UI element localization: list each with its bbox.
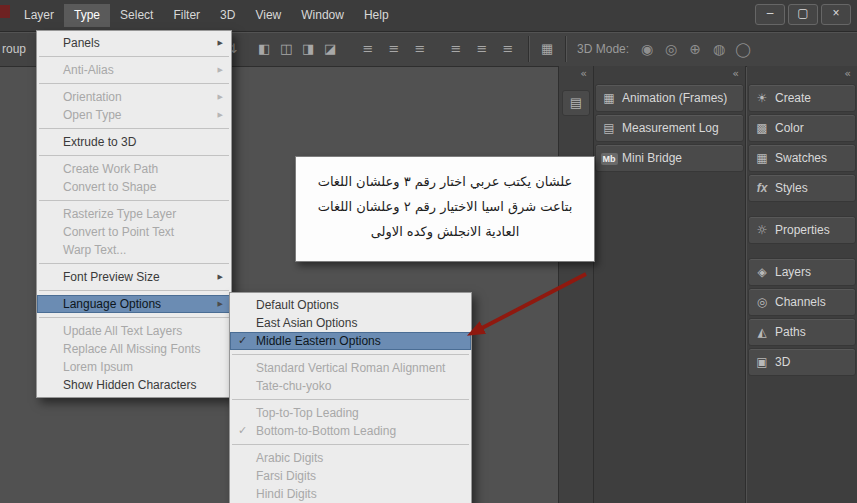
menubar-item-3d[interactable]: 3D: [210, 4, 245, 27]
3d-slide-icon[interactable]: ◍: [707, 38, 731, 60]
collapse-panels-icon[interactable]: «: [559, 66, 593, 84]
menu-separator: [232, 354, 469, 355]
panel-button-properties[interactable]: ☼ Properties: [748, 216, 856, 244]
3d-panel-icon: ▣: [749, 355, 775, 369]
menu-separator: [39, 317, 229, 318]
menu-item-language-options[interactable]: Language Options ▶: [37, 295, 231, 313]
menu-item-anti-alias: Anti-Alias ▶: [37, 61, 231, 79]
collapse-dock-icon[interactable]: «: [594, 66, 745, 84]
menu-separator: [39, 155, 229, 156]
minimize-button[interactable]: –: [755, 4, 785, 25]
photoshop-window: Layer Type Select Filter 3D View Window …: [0, 0, 857, 503]
panel-button-3d[interactable]: ▣ 3D: [748, 348, 856, 376]
group-dropdown-remnant[interactable]: roup: [2, 42, 26, 56]
check-icon: ✓: [238, 422, 247, 440]
menu-item-standard-vertical-roman-alignment: Standard Vertical Roman Alignment: [230, 359, 471, 377]
menu-item-farsi-digits: Farsi Digits: [230, 467, 471, 485]
menu-item-bottom-to-bottom-leading: ✓ Bottom-to-Bottom Leading: [230, 422, 471, 440]
panel-button-measurement-log[interactable]: ▤ Measurement Log: [595, 114, 744, 142]
options-separator: [565, 36, 566, 62]
menu-separator: [39, 290, 229, 291]
panel-button-swatches[interactable]: ▦ Swatches: [748, 144, 856, 172]
3d-roll-icon[interactable]: ◎: [659, 38, 683, 60]
mini-bridge-icon: Mb: [596, 151, 622, 165]
collapsed-panel-dock: « ▤: [558, 66, 594, 503]
menu-item-east-asian-options[interactable]: East Asian Options: [230, 314, 471, 332]
menu-item-rasterize-type-layer: Rasterize Type Layer: [37, 205, 231, 223]
menu-item-tate-chu-yoko: Tate-chu-yoko: [230, 377, 471, 395]
align-bottom-edges-icon[interactable]: ◨: [298, 39, 318, 59]
align-top-edges-icon[interactable]: ◧: [254, 39, 274, 59]
menu-separator: [39, 128, 229, 129]
menu-item-hindi-digits: Hindi Digits: [230, 485, 471, 503]
menu-separator: [39, 56, 229, 57]
create-icon: ☀: [749, 91, 775, 105]
menubar-item-filter[interactable]: Filter: [163, 4, 210, 27]
menu-item-convert-to-shape: Convert to Shape: [37, 178, 231, 196]
align-left-icon[interactable]: ≡: [356, 39, 380, 59]
paths-icon: ◭: [749, 325, 775, 339]
panel-button-styles[interactable]: fx Styles: [748, 174, 856, 202]
submenu-arrow-icon: ▶: [218, 268, 223, 286]
menubar-item-help[interactable]: Help: [354, 4, 399, 27]
menu-item-create-work-path: Create Work Path: [37, 160, 231, 178]
menubar-item-select[interactable]: Select: [110, 4, 163, 27]
menu-separator: [39, 83, 229, 84]
check-icon: ✓: [238, 332, 247, 350]
panel-dock-left: « ▦ Animation (Frames) ▤ Measurement Log…: [594, 66, 746, 503]
restore-button[interactable]: ▢: [788, 4, 818, 25]
styles-icon: fx: [749, 181, 775, 195]
menu-item-extrude-to-3d[interactable]: Extrude to 3D: [37, 133, 231, 151]
panel-button-paths[interactable]: ◭ Paths: [748, 318, 856, 346]
justify-center-icon[interactable]: ≡: [470, 39, 494, 59]
distribute-heights-icon[interactable]: ◪: [320, 39, 340, 59]
workspace-grid-icon[interactable]: ▦: [537, 39, 557, 59]
menu-item-open-type: Open Type ▶: [37, 106, 231, 124]
align-right-icon[interactable]: ≡: [408, 39, 432, 59]
panel-button-color[interactable]: ▩ Color: [748, 114, 856, 142]
menubar-item-view[interactable]: View: [245, 4, 291, 27]
menu-separator: [39, 263, 229, 264]
menu-item-update-all-text-layers: Update All Text Layers: [37, 322, 231, 340]
collapse-dock-icon[interactable]: «: [747, 66, 857, 84]
3d-drag-icon[interactable]: ⊕: [683, 38, 707, 60]
menu-item-default-options[interactable]: Default Options: [230, 296, 471, 314]
menu-separator: [39, 200, 229, 201]
menubar-item-layer[interactable]: Layer: [14, 4, 64, 27]
menu-item-warp-text: Warp Text...: [37, 241, 231, 259]
submenu-arrow-icon: ▶: [218, 88, 223, 106]
3d-rotate-icon[interactable]: ◉: [635, 38, 659, 60]
align-vertical-centers-icon[interactable]: ◫: [276, 39, 296, 59]
justify-left-icon[interactable]: ≡: [444, 39, 468, 59]
menu-item-show-hidden-characters[interactable]: Show Hidden Characters: [37, 376, 231, 394]
align-center-icon[interactable]: ≡: [382, 39, 406, 59]
panel-button-channels[interactable]: ◎ Channels: [748, 288, 856, 316]
menu-separator: [232, 444, 469, 445]
submenu-arrow-icon: ▶: [218, 295, 223, 313]
panel-button-layers[interactable]: ◈ Layers: [748, 258, 856, 286]
panel-button-create[interactable]: ☀ Create: [748, 84, 856, 112]
panel-button-animation-frames[interactable]: ▦ Animation (Frames): [595, 84, 744, 112]
menu-separator: [232, 399, 469, 400]
swatches-icon: ▦: [749, 151, 775, 165]
language-options-submenu: Default Options East Asian Options ✓ Mid…: [229, 292, 472, 503]
3d-mode-label: 3D Mode:: [577, 42, 629, 56]
menu-item-font-preview-size[interactable]: Font Preview Size ▶: [37, 268, 231, 286]
menubar-item-type[interactable]: Type: [64, 4, 110, 27]
color-icon: ▩: [749, 121, 775, 135]
type-menu-dropdown: Panels ▶ Anti-Alias ▶ Orientation ▶ Open…: [36, 30, 232, 398]
panel-dock-right: « ☀ Create ▩ Color ▦ Swatches fx Styles …: [747, 66, 857, 503]
menu-item-arabic-digits: Arabic Digits: [230, 449, 471, 467]
collapsed-panel-icon[interactable]: ▤: [562, 90, 590, 116]
options-separator: [528, 36, 529, 62]
animation-frames-icon: ▦: [596, 91, 622, 105]
menu-item-orientation: Orientation ▶: [37, 88, 231, 106]
justify-right-icon[interactable]: ≡: [496, 39, 520, 59]
menu-item-middle-eastern-options[interactable]: ✓ Middle Eastern Options: [230, 332, 471, 350]
menubar-item-window[interactable]: Window: [291, 4, 354, 27]
close-button[interactable]: ×: [821, 4, 851, 25]
panel-button-mini-bridge[interactable]: Mb Mini Bridge: [595, 144, 744, 172]
measurement-log-icon: ▤: [596, 121, 622, 135]
menu-item-panels[interactable]: Panels ▶: [37, 34, 231, 52]
3d-scale-icon[interactable]: ◯: [731, 38, 755, 60]
